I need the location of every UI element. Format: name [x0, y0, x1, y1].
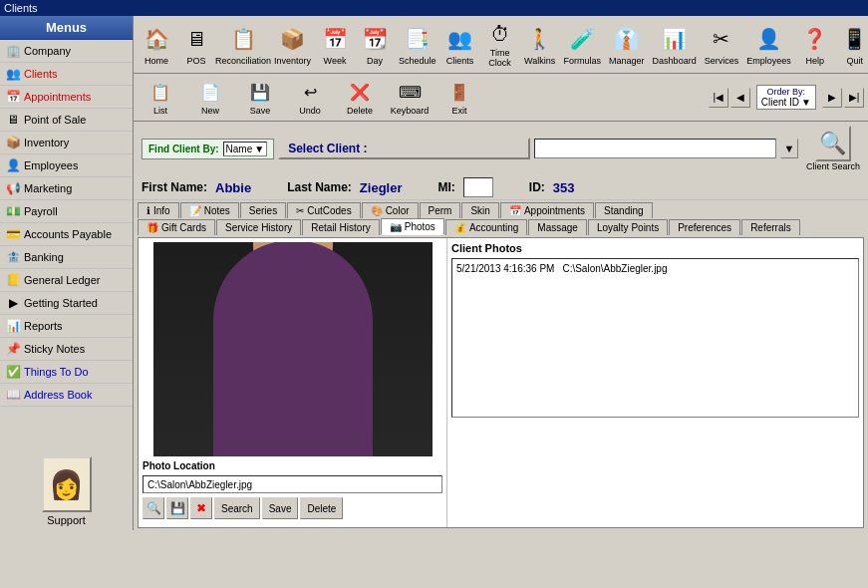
tab-photos[interactable]: 📷Photos — [381, 218, 444, 235]
client-photos-list[interactable]: 5/21/2013 4:16:36 PM C:\Salon\AbbZiegler… — [451, 258, 859, 418]
select-client-dropdown[interactable]: ▼ — [780, 139, 798, 158]
exit-button[interactable]: 🚪 Exit — [436, 77, 482, 119]
sidebar-item-general-ledger[interactable]: 📒 General Ledger — [0, 269, 133, 292]
photo-save-button[interactable]: Save — [262, 497, 299, 519]
tab-gift-cards[interactable]: 🎁Gift Cards — [138, 219, 215, 235]
tab-skin[interactable]: Skin — [461, 202, 498, 218]
sidebar-item-marketing[interactable]: 📢 Marketing — [0, 177, 133, 200]
inventory-button[interactable]: 📦 Inventory — [271, 19, 314, 71]
prev-record-button[interactable]: ◀ — [730, 88, 750, 108]
sidebar-item-getting-started[interactable]: ▶ Getting Started — [0, 292, 133, 315]
formulas-icon: 🧪 — [566, 23, 598, 55]
photo-search-icon-button[interactable]: 🔍 — [143, 497, 164, 519]
support-label: Support — [47, 514, 86, 526]
client-search-button[interactable]: 🔍 Client Search — [806, 126, 860, 171]
tab-referrals[interactable]: Referrals — [741, 219, 800, 235]
undo-button[interactable]: ↩ Undo — [287, 77, 333, 119]
home-button[interactable]: 🏠 Home — [138, 19, 175, 71]
quit-button[interactable]: 📱 Quit — [836, 19, 868, 71]
employees-button[interactable]: 👤 Employees — [743, 19, 794, 71]
photo-list-path: C:\Salon\AbbZiegler.jpg — [562, 263, 667, 274]
client-info-row: First Name: Abbie Last Name: Ziegler MI:… — [134, 175, 868, 200]
sidebar-item-clients[interactable]: 👥 Clients — [0, 63, 133, 86]
list-button[interactable]: 📋 List — [138, 77, 183, 119]
pos-button[interactable]: 🖥 POS — [177, 19, 215, 71]
week-button[interactable]: 📅 Week — [316, 19, 354, 71]
mi-input[interactable] — [463, 177, 493, 197]
gift-cards-tab-icon: 🎁 — [146, 222, 158, 233]
photo-location-input[interactable] — [143, 475, 442, 493]
tab-standing[interactable]: Standing — [595, 202, 652, 218]
appointments-icon: 📅 — [6, 90, 20, 104]
employees-icon: 👤 — [6, 158, 20, 172]
sidebar-item-appointments[interactable]: 📅 Appointments — [0, 86, 133, 109]
sidebar-item-accounts-payable[interactable]: 💳 Accounts Payable — [0, 223, 133, 246]
sidebar-item-employees[interactable]: 👤 Employees — [0, 154, 133, 177]
support-icon[interactable]: 👩 — [42, 456, 92, 512]
tab-appointments[interactable]: 📅Appointments — [500, 202, 594, 218]
next-record-button[interactable]: ▶ — [822, 88, 842, 108]
schedule-button[interactable]: 📑 Schedule — [396, 19, 439, 71]
save-button[interactable]: 💾 Save — [237, 77, 283, 119]
tab-massage[interactable]: Massage — [528, 219, 587, 235]
person-body — [213, 242, 373, 456]
sidebar-item-point-of-sale[interactable]: 🖥 Point of Sale — [0, 109, 133, 132]
tab-service-history[interactable]: Service History — [216, 219, 301, 235]
sidebar: Menus 🏢 Company 👥 Clients 📅 Appointments… — [0, 16, 134, 530]
photo-location-row — [143, 475, 442, 493]
tab-preferences[interactable]: Preferences — [669, 219, 740, 235]
clients-button[interactable]: 👥 Clients — [441, 19, 479, 71]
sidebar-item-company[interactable]: 🏢 Company — [0, 40, 133, 63]
manager-button[interactable]: 👔 Manager — [606, 19, 648, 71]
time-clock-button[interactable]: ⏱ Time Clock — [481, 19, 519, 71]
photo-list-item[interactable]: 5/21/2013 4:16:36 PM C:\Salon\AbbZiegler… — [454, 261, 856, 276]
photo-delete-button[interactable]: Delete — [300, 497, 343, 519]
sidebar-item-things-to-do[interactable]: ✅ Things To Do — [0, 361, 133, 384]
delete-button[interactable]: ❌ Delete — [337, 77, 383, 119]
day-button[interactable]: 📆 Day — [356, 19, 394, 71]
photo-delete-icon-button[interactable]: ✖ — [190, 497, 212, 519]
tab-color[interactable]: 🎨Color — [362, 202, 419, 218]
reconciliation-icon: 📋 — [227, 23, 259, 55]
formulas-button[interactable]: 🧪 Formulas — [561, 19, 605, 71]
keyboard-button[interactable]: ⌨ Keyboard — [387, 77, 433, 119]
reconciliation-button[interactable]: 📋 Reconciliation — [217, 19, 269, 71]
sidebar-item-banking[interactable]: 🏦 Banking — [0, 246, 133, 269]
help-button[interactable]: ❓ Help — [796, 19, 834, 71]
sidebar-header: Menus — [0, 16, 133, 40]
tab-retail-history[interactable]: Retail History — [302, 219, 379, 235]
last-record-button[interactable]: ▶| — [844, 88, 864, 108]
walkins-button[interactable]: 🚶 Walkins — [521, 19, 559, 71]
sidebar-item-reports[interactable]: 📊 Reports — [0, 315, 133, 338]
tab-accounting[interactable]: 💰Accounting — [445, 219, 527, 235]
tab-notes[interactable]: 📝Notes — [180, 202, 239, 218]
sidebar-item-payroll[interactable]: 💵 Payroll — [0, 200, 133, 223]
tab-perm[interactable]: Perm — [420, 202, 461, 218]
order-by-dropdown-icon: ▼ — [801, 97, 811, 108]
select-client-button[interactable]: Select Client : — [278, 138, 530, 159]
help-icon: ❓ — [799, 23, 831, 55]
schedule-icon: 📑 — [402, 23, 434, 55]
exit-icon: 🚪 — [445, 80, 473, 106]
services-button[interactable]: ✂ Services — [702, 19, 742, 71]
tab-info[interactable]: ℹInfo — [138, 202, 179, 218]
clients-icon: 👥 — [6, 67, 20, 81]
first-record-button[interactable]: |◀ — [709, 88, 728, 108]
client-photos-panel: Client Photos 5/21/2013 4:16:36 PM C:\Sa… — [447, 238, 863, 527]
sidebar-item-sticky-notes[interactable]: 📌 Sticky Notes — [0, 338, 133, 361]
tab-cutcodes[interactable]: ✂CutCodes — [287, 202, 360, 218]
new-button[interactable]: 📄 New — [187, 77, 233, 119]
tab-loyalty-points[interactable]: Loyalty Points — [588, 219, 668, 235]
photo-save-icon-button[interactable]: 💾 — [166, 497, 188, 519]
sidebar-item-inventory[interactable]: 📦 Inventory — [0, 132, 133, 154]
dashboard-button[interactable]: 📊 Dashboard — [650, 19, 700, 71]
photo-search-button[interactable]: Search — [214, 497, 260, 519]
select-client-input[interactable] — [534, 139, 776, 158]
find-client-field-select[interactable]: Name ▼ — [223, 142, 268, 156]
order-by-select[interactable]: Client ID ▼ — [761, 97, 811, 108]
tabs-row-1: ℹInfo 📝Notes Series ✂CutCodes 🎨Color Per… — [134, 200, 868, 218]
photo-action-buttons: 🔍 💾 ✖ Search Save Delete — [143, 497, 442, 519]
sidebar-item-address-book[interactable]: 📖 Address Book — [0, 384, 133, 407]
id-label: ID: — [529, 180, 545, 194]
tab-series[interactable]: Series — [240, 202, 286, 218]
